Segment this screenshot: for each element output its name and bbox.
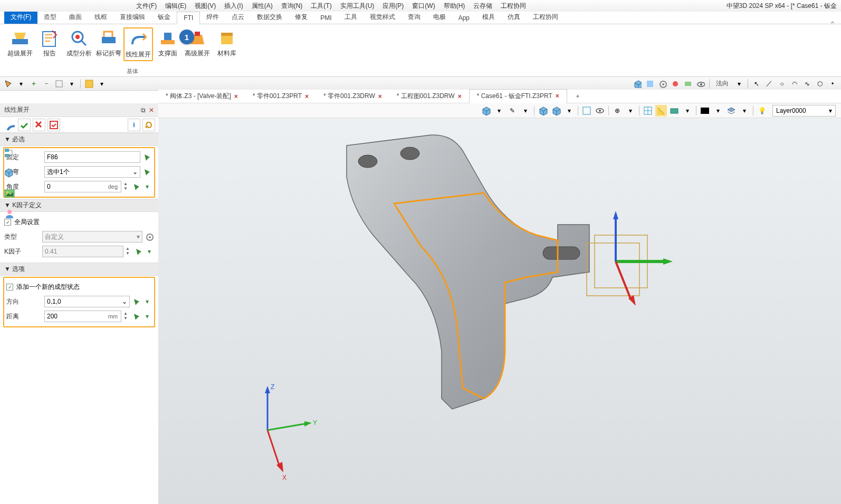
ribbon-tab[interactable]: FTI bbox=[177, 12, 200, 24]
color-black-icon[interactable] bbox=[699, 105, 711, 117]
image-icon[interactable] bbox=[4, 188, 15, 199]
close-tab-icon[interactable]: × bbox=[234, 93, 238, 100]
document-tab[interactable]: * 零件001.Z3DRW× bbox=[316, 90, 389, 103]
point-tool-icon[interactable]: • bbox=[827, 79, 838, 89]
section-options-header[interactable]: ▼ 选项 bbox=[0, 263, 158, 276]
ribbon-tab[interactable]: 造型 bbox=[37, 11, 63, 24]
pick-icon[interactable] bbox=[142, 152, 152, 162]
tb-ico[interactable] bbox=[632, 79, 643, 89]
menu-query[interactable]: 查询(N) bbox=[277, 1, 307, 12]
fixed-input[interactable]: F86 bbox=[44, 151, 140, 163]
dropdown-icon[interactable]: ▾ bbox=[142, 297, 152, 306]
ribbon-button[interactable]: 标记折弯 bbox=[94, 27, 123, 59]
select-mode-icon[interactable] bbox=[3, 79, 14, 89]
new-tab-button[interactable]: ＋ bbox=[567, 90, 588, 103]
box-icon[interactable] bbox=[537, 105, 549, 117]
menu-window[interactable]: 窗口(W) bbox=[408, 1, 439, 12]
document-tab[interactable]: * 零件001.Z3PRT× bbox=[245, 90, 316, 103]
ribbon-tab[interactable]: App bbox=[452, 12, 476, 24]
ribbon-tab[interactable]: 焊件 bbox=[200, 11, 225, 24]
close-tab-icon[interactable]: × bbox=[305, 93, 309, 100]
selbox-icon[interactable] bbox=[84, 79, 94, 89]
wireframe-icon[interactable] bbox=[581, 105, 592, 117]
tb-ico[interactable] bbox=[683, 79, 693, 89]
menu-edit[interactable]: 编辑(E) bbox=[161, 1, 190, 12]
ribbon-tab[interactable]: 直接编辑 bbox=[113, 11, 151, 24]
global-checkbox[interactable] bbox=[4, 219, 11, 226]
dropdown-icon[interactable]: ▾ bbox=[142, 312, 152, 321]
menu-insert[interactable]: 插入(I) bbox=[220, 1, 247, 12]
hex-tool-icon[interactable]: ⬡ bbox=[815, 79, 825, 89]
viewport-3d[interactable]: Z Y X bbox=[158, 103, 841, 504]
tb-ico[interactable] bbox=[645, 79, 655, 89]
ribbon-tab[interactable]: 仿真 bbox=[501, 11, 527, 24]
measure-icon[interactable]: 📐 bbox=[655, 105, 667, 117]
arrow-cursor-icon[interactable]: ↖ bbox=[751, 79, 762, 89]
section-required-header[interactable]: ▼ 必选 bbox=[0, 133, 158, 146]
angle-input[interactable]: 0deg bbox=[44, 181, 121, 192]
grid-icon[interactable] bbox=[642, 105, 654, 117]
ribbon-tab[interactable]: 工具 bbox=[338, 11, 364, 24]
direction-input[interactable]: 0,1,0⌄ bbox=[44, 296, 130, 307]
filter2-icon[interactable]: ▾ bbox=[66, 79, 77, 89]
tree-icon[interactable] bbox=[4, 148, 15, 159]
pick-icon[interactable] bbox=[132, 297, 141, 306]
dropdown-icon[interactable]: ▾ bbox=[145, 247, 154, 256]
curve-tool-icon[interactable]: ∿ bbox=[802, 79, 813, 89]
dropdown-icon[interactable]: ▾ bbox=[625, 105, 636, 117]
tb-ico[interactable] bbox=[695, 79, 706, 89]
ribbon-tab[interactable]: 曲面 bbox=[63, 11, 88, 24]
ribbon-button[interactable]: 支撑面 bbox=[153, 27, 183, 59]
box-icon[interactable] bbox=[4, 168, 15, 179]
ribbon-button[interactable]: 成型分析 bbox=[64, 27, 94, 59]
menu-util[interactable]: 实用工具(U) bbox=[336, 1, 379, 12]
ribbon-tab[interactable]: PMI bbox=[314, 12, 338, 24]
ribbon-tab[interactable]: 钣金 bbox=[151, 11, 177, 24]
dropdown-icon[interactable]: ▾ bbox=[16, 79, 26, 89]
close-tab-icon[interactable]: × bbox=[378, 93, 382, 100]
arc-tool-icon[interactable]: ◠ bbox=[789, 79, 800, 89]
ribbon-tab[interactable]: 文件(F) bbox=[4, 11, 37, 24]
menu-file[interactable]: 文件(F) bbox=[132, 1, 161, 12]
layer-combo[interactable]: Layer0000▾ bbox=[772, 105, 836, 117]
bulb-icon[interactable]: 💡 bbox=[756, 105, 768, 117]
pick-icon[interactable] bbox=[132, 182, 141, 191]
ribbon-tab[interactable]: 线框 bbox=[88, 11, 113, 24]
menu-app[interactable]: 应用(P) bbox=[378, 1, 408, 12]
remove-icon[interactable]: － bbox=[41, 79, 52, 89]
document-tab[interactable]: * Case61 - 钣金FTI.Z3PRT× bbox=[469, 89, 567, 104]
reset-button[interactable] bbox=[142, 119, 155, 131]
close-tab-icon[interactable]: × bbox=[458, 93, 462, 100]
menu-attrib[interactable]: 属性(A) bbox=[247, 1, 277, 12]
tb-ico[interactable] bbox=[670, 79, 681, 89]
dropdown-icon[interactable]: ▾ bbox=[682, 105, 693, 117]
ribbon-button[interactable]: 超级展开 bbox=[5, 27, 35, 59]
ribbon-button[interactable]: 线性展开 bbox=[123, 27, 153, 61]
circle-tool-icon[interactable]: ○ bbox=[777, 79, 787, 89]
hidden-icon[interactable] bbox=[594, 105, 606, 117]
ribbon-tab[interactable]: 数据交换 bbox=[251, 11, 289, 24]
pick-icon[interactable] bbox=[134, 247, 144, 256]
ribbon-tab[interactable]: 修复 bbox=[289, 11, 314, 24]
ribbon-tab[interactable]: 工程协同 bbox=[527, 11, 565, 24]
dropdown-icon[interactable]: ▾ bbox=[739, 105, 750, 117]
tb-ico[interactable] bbox=[657, 79, 668, 89]
dropdown-icon[interactable]: ▾ bbox=[712, 105, 724, 117]
apply-button[interactable] bbox=[47, 119, 60, 131]
bend-input[interactable]: 选中1个⌄ bbox=[44, 166, 140, 178]
menu-help[interactable]: 帮助(H) bbox=[439, 1, 470, 12]
target-icon[interactable]: ⊕ bbox=[611, 105, 623, 117]
ribbon-tab[interactable]: 模具 bbox=[476, 11, 501, 24]
menu-tools[interactable]: 工具(T) bbox=[307, 1, 336, 12]
panel-close-icon[interactable]: ✕ bbox=[149, 106, 154, 114]
menu-collab[interactable]: 工程协同 bbox=[496, 1, 530, 12]
document-tab[interactable]: * 工程图001.Z3DRW× bbox=[389, 90, 469, 103]
dropdown-normal-icon[interactable]: ▾ bbox=[734, 79, 744, 89]
user-icon[interactable] bbox=[4, 208, 15, 219]
close-tab-icon[interactable]: × bbox=[556, 92, 559, 100]
pick-icon[interactable] bbox=[132, 312, 141, 321]
ribbon-button[interactable]: 材料库 bbox=[212, 27, 242, 59]
ribbon-tab[interactable]: 视觉样式 bbox=[364, 11, 402, 24]
gear-icon[interactable] bbox=[145, 232, 154, 241]
add-state-checkbox[interactable] bbox=[6, 284, 13, 290]
